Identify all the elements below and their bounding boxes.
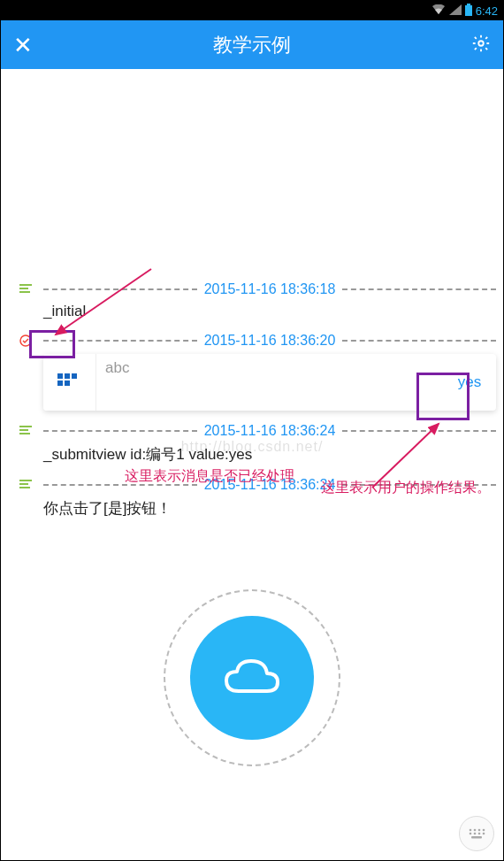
action-card: abc yes — [43, 354, 496, 411]
svg-rect-7 — [57, 381, 63, 386]
annotation-result: 这里表示用户的操作结果。 — [321, 479, 491, 497]
svg-point-12 — [474, 829, 477, 832]
svg-point-11 — [470, 829, 472, 832]
svg-rect-5 — [65, 373, 70, 379]
dash-line — [43, 288, 197, 290]
status-time: 6:42 — [476, 4, 498, 18]
wifi-icon — [431, 4, 446, 18]
svg-rect-8 — [65, 381, 70, 386]
cloud-button[interactable] — [190, 616, 314, 740]
dash-line — [342, 340, 496, 342]
log-separator: 2015-11-16 18:36:18 — [8, 281, 496, 297]
yes-button[interactable]: yes — [443, 354, 496, 411]
svg-rect-19 — [471, 836, 482, 839]
dash-line — [43, 430, 197, 432]
dash-line — [342, 288, 496, 290]
keyboard-icon — [468, 827, 485, 840]
keyboard-fab[interactable] — [459, 816, 494, 851]
gear-icon[interactable] — [471, 34, 491, 57]
card-thumb-icon — [43, 354, 96, 411]
svg-rect-0 — [465, 5, 472, 16]
svg-point-2 — [478, 41, 484, 46]
watermark-text: http://blog.csdn.net/ — [181, 439, 324, 455]
dash-line — [43, 340, 197, 342]
signal-icon — [449, 4, 462, 18]
list-icon — [8, 479, 43, 491]
list-icon — [8, 283, 43, 296]
log-text: 你点击了[是]按钮！ — [43, 498, 496, 519]
annotation-handled: 这里表示消息是否已经处理 — [125, 467, 294, 486]
svg-point-13 — [478, 829, 481, 832]
check-icon — [8, 334, 43, 348]
card-label: abc — [96, 354, 443, 411]
svg-rect-1 — [467, 4, 470, 5]
log-time: 2015-11-16 18:36:20 — [204, 333, 336, 349]
app-header: ✕ 教学示例 — [1, 20, 503, 69]
cloud-icon — [221, 656, 283, 700]
svg-point-18 — [483, 833, 485, 835]
list-icon — [8, 425, 43, 437]
svg-rect-6 — [72, 373, 77, 379]
svg-rect-4 — [57, 373, 63, 379]
log-separator: 2015-11-16 18:36:24 — [8, 423, 496, 439]
cloud-ring — [164, 589, 340, 766]
svg-point-17 — [478, 833, 481, 835]
close-icon[interactable]: ✕ — [13, 34, 33, 57]
svg-point-16 — [474, 833, 477, 835]
dash-line — [342, 430, 496, 432]
page-title: 教学示例 — [213, 32, 291, 58]
battery-icon — [465, 4, 472, 19]
status-bar: 6:42 — [1, 1, 503, 20]
log-time: 2015-11-16 18:36:18 — [204, 281, 336, 297]
svg-point-15 — [470, 833, 472, 835]
log-text: _initial — [43, 303, 496, 320]
log-separator: 2015-11-16 18:36:20 — [8, 333, 496, 349]
svg-point-14 — [483, 829, 485, 832]
log-time: 2015-11-16 18:36:24 — [204, 423, 336, 439]
